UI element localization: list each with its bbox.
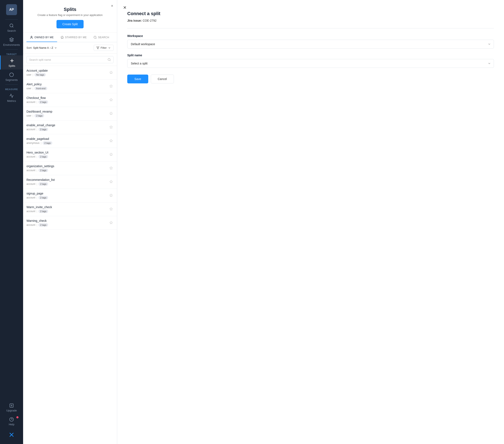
connect-close-button[interactable]: ✕ bbox=[123, 5, 127, 10]
user-avatar[interactable]: AP bbox=[6, 4, 17, 15]
chevron-down-filter-icon bbox=[108, 46, 111, 49]
metrics-icon bbox=[9, 93, 14, 98]
splits-panel: × Splits Create a feature flag or experi… bbox=[23, 0, 117, 444]
save-button[interactable]: Save bbox=[127, 74, 148, 83]
search-tab-icon bbox=[93, 36, 97, 39]
sort-control[interactable]: Sort: Split Name A→Z bbox=[26, 46, 57, 49]
panel-tabs: OWNED BY ME STARRED BY ME SEARCH bbox=[23, 33, 117, 42]
split-name-select[interactable]: Select a split bbox=[127, 59, 494, 68]
star-button[interactable] bbox=[108, 97, 114, 103]
connect-split-panel: ✕ Connect a split Jira issue: COE-2792 W… bbox=[117, 0, 504, 444]
split-list-item[interactable]: enable_email_change account|2 tags bbox=[23, 121, 117, 134]
sidebar-item-help[interactable]: Help bbox=[0, 415, 23, 428]
tab-search[interactable]: SEARCH bbox=[90, 33, 112, 42]
sidebar-item-splits[interactable]: Splits bbox=[0, 56, 23, 70]
star-tab-icon bbox=[60, 36, 64, 39]
create-split-button[interactable]: Create Split bbox=[56, 20, 84, 28]
split-tags: 2 tags bbox=[38, 182, 48, 186]
split-item-info: enable_pageload anonymous|2 tags bbox=[26, 137, 108, 145]
sidebar-upgrade-label: Upgrade bbox=[6, 409, 17, 412]
split-name-select-wrapper: Select a split bbox=[127, 59, 494, 68]
sidebar-item-segments[interactable]: Segments bbox=[0, 70, 23, 84]
split-tags: 2 tags bbox=[38, 210, 48, 213]
main-area: × Splits Create a feature flag or experi… bbox=[23, 0, 504, 444]
star-button[interactable] bbox=[108, 84, 114, 89]
action-buttons: Save Cancel bbox=[127, 74, 494, 83]
split-list-item[interactable]: organization_settings account|2 tags bbox=[23, 162, 117, 175]
star-button[interactable] bbox=[108, 179, 114, 185]
sidebar: AP Search Environments TARGET Splits Seg… bbox=[0, 0, 23, 444]
connect-title: Connect a split bbox=[127, 11, 494, 16]
star-button[interactable] bbox=[108, 70, 114, 76]
split-list-item[interactable]: Checkout_flow account|2 tags bbox=[23, 93, 117, 107]
split-meta: account|2 tags bbox=[26, 182, 108, 186]
cancel-button[interactable]: Cancel bbox=[151, 74, 174, 83]
tab-starred-by-me[interactable]: STARRED BY ME bbox=[57, 33, 90, 42]
sidebar-divider-top bbox=[5, 19, 18, 19]
split-meta: user|front-end bbox=[26, 87, 108, 90]
section-label-target: TARGET bbox=[5, 53, 18, 56]
split-list-item[interactable]: enable_pageload anonymous|2 tags bbox=[23, 134, 117, 148]
split-item-info: Warning_check account|2 tags bbox=[26, 219, 108, 227]
split-tags: 2 tags bbox=[38, 169, 48, 172]
svg-marker-31 bbox=[110, 207, 112, 210]
sidebar-item-upgrade[interactable]: Upgrade bbox=[0, 401, 23, 415]
split-list-item[interactable]: signup_page account|2 tags bbox=[23, 189, 117, 203]
filter-button[interactable]: Filter bbox=[94, 45, 114, 51]
svg-point-0 bbox=[10, 24, 13, 27]
split-meta: account|2 tags bbox=[26, 223, 108, 227]
star-button[interactable] bbox=[108, 111, 114, 117]
split-item-info: Recommendation_list account|2 tags bbox=[26, 178, 108, 186]
person-icon bbox=[30, 36, 33, 39]
split-item-info: Alert_policy user|front-end bbox=[26, 83, 108, 90]
split-logo-icon bbox=[8, 431, 15, 438]
svg-marker-21 bbox=[110, 71, 112, 74]
split-list-item[interactable]: Warning_check account|2 tags bbox=[23, 216, 117, 230]
sidebar-logo[interactable] bbox=[6, 428, 17, 441]
panel-title: Splits bbox=[28, 7, 112, 12]
star-icon bbox=[109, 84, 113, 88]
split-tags: 2 tags bbox=[38, 223, 48, 227]
star-icon bbox=[109, 207, 113, 211]
star-button[interactable] bbox=[108, 125, 114, 130]
split-tag: front-end bbox=[35, 87, 47, 90]
svg-line-20 bbox=[110, 60, 110, 61]
star-button[interactable] bbox=[108, 152, 114, 158]
tab-starred-label: STARRED BY ME bbox=[65, 36, 87, 39]
filter-icon bbox=[96, 46, 99, 49]
split-list-item[interactable]: Recommendation_list account|2 tags bbox=[23, 175, 117, 189]
split-list-item[interactable]: Dashboard_revamp user|2 tags bbox=[23, 107, 117, 121]
star-button[interactable] bbox=[108, 220, 114, 226]
sidebar-divider-2 bbox=[5, 84, 18, 85]
sidebar-label-segments: Segments bbox=[5, 78, 18, 81]
star-button[interactable] bbox=[108, 193, 114, 199]
star-button[interactable] bbox=[108, 138, 114, 144]
split-list-item[interactable]: Hero_section_UI account|2 tags bbox=[23, 148, 117, 162]
search-input[interactable] bbox=[29, 58, 106, 61]
sidebar-item-environments[interactable]: Environments bbox=[0, 35, 23, 49]
workspace-select[interactable]: Default workspace bbox=[127, 40, 494, 49]
split-type: account bbox=[26, 155, 35, 158]
upgrade-icon bbox=[9, 403, 14, 408]
svg-marker-29 bbox=[110, 180, 112, 183]
sidebar-item-search[interactable]: Search bbox=[0, 20, 23, 35]
split-list-item[interactable]: Warm_invite_check account|2 tags bbox=[23, 203, 117, 216]
star-button[interactable] bbox=[108, 166, 114, 171]
sidebar-item-metrics[interactable]: Metrics bbox=[0, 91, 23, 105]
svg-marker-28 bbox=[110, 166, 112, 169]
svg-marker-24 bbox=[110, 112, 112, 115]
split-list-item[interactable]: Account_update user|No tags bbox=[23, 66, 117, 80]
split-item-info: Warm_invite_check account|2 tags bbox=[26, 205, 108, 213]
split-item-info: enable_email_change account|2 tags bbox=[26, 124, 108, 131]
help-icon bbox=[9, 417, 14, 422]
panel-close-button[interactable]: × bbox=[111, 4, 113, 8]
svg-marker-27 bbox=[110, 153, 112, 156]
tab-owned-by-me[interactable]: OWNED BY ME bbox=[26, 33, 57, 42]
split-type: anonymous bbox=[26, 142, 39, 145]
split-list-item[interactable]: Alert_policy user|front-end bbox=[23, 80, 117, 93]
split-meta: user|No tags bbox=[26, 73, 108, 76]
connect-divider bbox=[127, 28, 494, 28]
split-name: Dashboard_revamp bbox=[26, 110, 108, 113]
star-button[interactable] bbox=[108, 206, 114, 212]
layers-icon bbox=[9, 37, 14, 42]
